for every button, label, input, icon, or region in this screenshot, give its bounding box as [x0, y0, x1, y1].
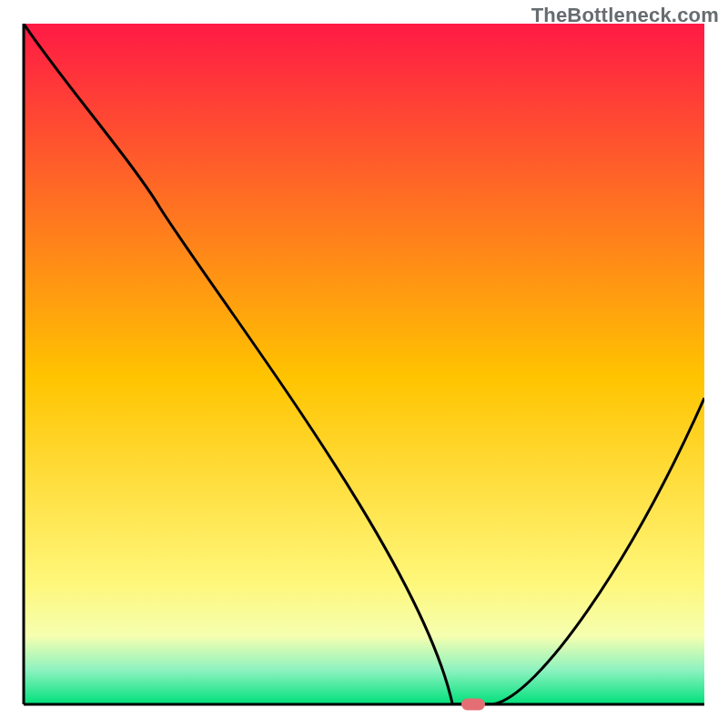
chart-stage: TheBottleneck.com — [0, 0, 728, 728]
bottleneck-chart — [0, 0, 728, 728]
optimum-marker — [461, 699, 485, 711]
gradient-background — [24, 24, 704, 704]
